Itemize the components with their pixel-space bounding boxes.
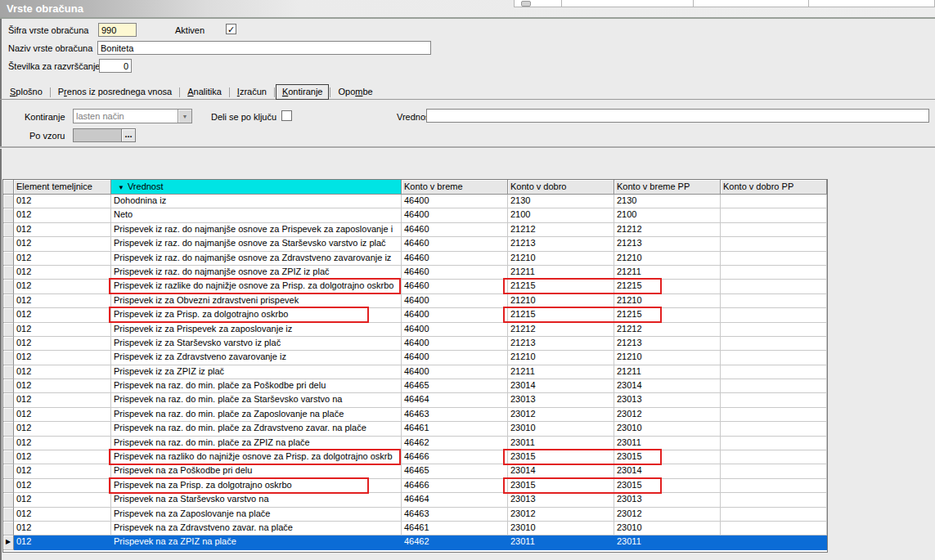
table-row[interactable]: 012Prispevek na za Zdravstveno zavar. na… xyxy=(3,522,827,535)
cell-vrednost[interactable]: Prispevek iz za Prispevek za zaposlovanj… xyxy=(111,323,402,337)
table-row[interactable]: 012Prispevek iz raz. do najmanjše osnove… xyxy=(3,223,827,237)
cell-element[interactable]: 012 xyxy=(14,208,111,222)
cell-element[interactable]: 012 xyxy=(14,280,111,293)
cell-konto-dobro[interactable]: 23015 xyxy=(508,479,614,493)
cell-konto-dobro-pp[interactable] xyxy=(721,280,827,293)
cell-konto-breme-pp[interactable]: 21212 xyxy=(614,323,721,337)
cell-element[interactable]: 012 xyxy=(14,294,111,308)
cell-vrednost[interactable]: Prispevek na raz. do min. plače za Zapos… xyxy=(111,408,402,422)
cell-konto-dobro[interactable]: 2130 xyxy=(508,195,614,208)
tab-prenos-iz-posrednega-vnosa[interactable]: Prenos iz posrednega vnosa xyxy=(52,84,178,100)
cell-konto-dobro[interactable]: 21213 xyxy=(508,337,614,351)
cell-konto-breme-pp[interactable]: 23014 xyxy=(614,379,721,393)
cell-konto-breme-pp[interactable]: 23015 xyxy=(614,450,721,464)
cell-konto-breme-pp[interactable]: 23011 xyxy=(614,437,721,450)
cell-konto-breme[interactable]: 46460 xyxy=(402,237,508,251)
cell-element[interactable]: 012 xyxy=(14,393,111,407)
cell-element[interactable]: 012 xyxy=(14,437,111,450)
table-row[interactable]: 012Prispevek na raz. do min. plače za Po… xyxy=(3,379,827,393)
cell-konto-dobro-pp[interactable] xyxy=(721,323,827,337)
cell-konto-dobro[interactable]: 21211 xyxy=(508,266,614,280)
cell-vrednost[interactable]: Prispevek na za ZPIZ na plače xyxy=(111,535,402,549)
cell-konto-dobro[interactable]: 23012 xyxy=(508,408,614,422)
cell-konto-breme[interactable]: 46464 xyxy=(402,493,508,507)
table-row[interactable]: 012Prispevek iz za Prispevek za zaposlov… xyxy=(3,323,827,337)
cell-konto-dobro-pp[interactable] xyxy=(721,365,827,379)
column-header-konto-v-dobro-pp[interactable]: Konto v dobro PP xyxy=(721,180,827,195)
cell-konto-breme-pp[interactable]: 21213 xyxy=(614,237,721,251)
cell-vrednost[interactable]: Prispevek iz za Prisp. za dolgotrajno os… xyxy=(111,308,402,322)
cell-konto-breme[interactable]: 46462 xyxy=(402,535,508,549)
cell-element[interactable]: 012 xyxy=(14,508,111,522)
cell-konto-breme-pp[interactable]: 23010 xyxy=(614,422,721,436)
cell-konto-breme-pp[interactable]: 21211 xyxy=(614,266,721,280)
cell-vrednost[interactable]: Prispevek iz raz. do najmanjše osnove za… xyxy=(111,237,402,251)
cell-konto-dobro[interactable]: 21213 xyxy=(508,237,614,251)
kontiranje-combobox[interactable]: lasten način ▼ xyxy=(73,109,192,123)
tab-izra-un[interactable]: Izračun xyxy=(231,84,273,100)
cell-konto-breme[interactable]: 46463 xyxy=(402,408,508,422)
cell-konto-breme-pp[interactable]: 23011 xyxy=(614,535,721,549)
cell-vrednost[interactable]: Prispevek na za Starševsko varstvo na xyxy=(111,493,402,507)
table-row[interactable]: 012Prispevek na za Starševsko varstvo na… xyxy=(3,493,827,507)
cell-element[interactable]: 012 xyxy=(14,266,111,280)
cell-vrednost[interactable]: Prispevek iz raz. do najmanjše osnove za… xyxy=(111,223,402,237)
cell-element[interactable]: 012 xyxy=(14,535,111,549)
cell-konto-dobro-pp[interactable] xyxy=(721,294,827,308)
tab-kontiranje[interactable]: Kontiranje xyxy=(276,84,330,100)
cell-konto-dobro-pp[interactable] xyxy=(721,308,827,322)
cell-konto-dobro[interactable]: 21215 xyxy=(508,308,614,322)
table-row[interactable]: 012Prispevek na raz. do min. plače za Zd… xyxy=(3,422,827,436)
cell-element[interactable]: 012 xyxy=(14,479,111,493)
cell-vrednost[interactable]: Prispevek na za Zdravstveno zavar. na pl… xyxy=(111,522,402,535)
cell-konto-breme-pp[interactable]: 23015 xyxy=(614,479,721,493)
cell-konto-dobro-pp[interactable] xyxy=(721,535,827,549)
cell-konto-breme-pp[interactable]: 2100 xyxy=(614,208,721,222)
cell-konto-dobro-pp[interactable] xyxy=(721,379,827,393)
table-row[interactable]: 012Prispevek iz za ZPIZ iz plač464002121… xyxy=(3,365,827,379)
cell-konto-breme-pp[interactable]: 21210 xyxy=(614,294,721,308)
combobox-dropdown-button[interactable]: ▼ xyxy=(178,110,191,123)
cell-konto-dobro[interactable]: 23013 xyxy=(508,393,614,407)
cell-konto-dobro[interactable]: 21215 xyxy=(508,280,614,293)
tab-analitika[interactable]: Analitika xyxy=(181,84,228,100)
table-row[interactable]: 012Neto4640021002100 xyxy=(3,208,827,222)
cell-konto-breme-pp[interactable]: 21211 xyxy=(614,365,721,379)
table-row[interactable]: 012Prispevek iz za Obvezni zdravstveni p… xyxy=(3,294,827,308)
cell-konto-dobro[interactable]: 23010 xyxy=(508,522,614,535)
cell-konto-dobro[interactable]: 23012 xyxy=(508,508,614,522)
cell-konto-breme-pp[interactable]: 21210 xyxy=(614,351,721,365)
cell-vrednost[interactable]: Prispevek na za Zaposlovanje na plače xyxy=(111,508,402,522)
cell-konto-dobro[interactable]: 21210 xyxy=(508,351,614,365)
cell-konto-breme[interactable]: 46460 xyxy=(402,280,508,293)
cell-konto-dobro-pp[interactable] xyxy=(721,223,827,237)
naziv-input[interactable] xyxy=(97,41,431,55)
sifra-input[interactable] xyxy=(98,23,137,37)
table-row[interactable]: 012Prispevek iz raz. do najmanjše osnove… xyxy=(3,266,827,280)
cell-konto-breme[interactable]: 46400 xyxy=(402,208,508,222)
cell-vrednost[interactable]: Prispevek na raz. do min. plače za Zdrav… xyxy=(111,422,402,436)
column-header-element-temeljnice[interactable]: Element temeljnice xyxy=(14,180,111,195)
cell-konto-breme[interactable]: 46400 xyxy=(402,308,508,322)
cell-konto-breme[interactable]: 46400 xyxy=(402,351,508,365)
cell-konto-dobro[interactable]: 21210 xyxy=(508,252,614,266)
cell-konto-breme[interactable]: 46400 xyxy=(402,337,508,351)
cell-konto-dobro-pp[interactable] xyxy=(721,393,827,407)
cell-konto-breme-pp[interactable]: 21212 xyxy=(614,223,721,237)
cell-element[interactable]: 012 xyxy=(14,450,111,464)
cell-element[interactable]: 012 xyxy=(14,379,111,393)
cell-vrednost[interactable]: Neto xyxy=(111,208,402,222)
column-header-konto-v-dobro[interactable]: Konto v dobro xyxy=(508,180,614,195)
deli-se-po-kljucu-checkbox[interactable] xyxy=(281,110,292,121)
cell-konto-dobro-pp[interactable] xyxy=(721,437,827,450)
cell-konto-breme[interactable]: 46465 xyxy=(402,464,508,478)
cell-konto-breme[interactable]: 46464 xyxy=(402,393,508,407)
table-row[interactable]: 012Prispevek iz razlike do najnižje osno… xyxy=(3,280,827,293)
table-row[interactable]: 012Prispevek iz za Prisp. za dolgotrajno… xyxy=(3,308,827,322)
cell-konto-breme-pp[interactable]: 21210 xyxy=(614,252,721,266)
cell-konto-dobro-pp[interactable] xyxy=(721,493,827,507)
cell-konto-breme[interactable]: 46466 xyxy=(402,479,508,493)
table-row[interactable]: 012Prispevek na za Prisp. za dolgotrajno… xyxy=(3,479,827,493)
vrednost-input[interactable] xyxy=(426,109,929,123)
cell-vrednost[interactable]: Dohodnina iz xyxy=(111,195,402,208)
